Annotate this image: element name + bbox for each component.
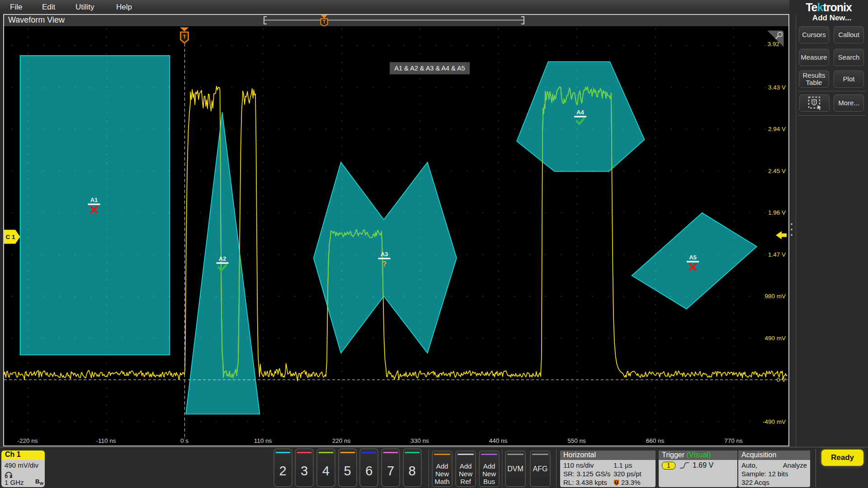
svg-text:-220 ns: -220 ns xyxy=(17,437,38,444)
svg-text:T: T xyxy=(813,100,816,105)
svg-text:3.43 V: 3.43 V xyxy=(768,84,786,91)
svg-text:A4: A4 xyxy=(576,109,584,116)
svg-text:770 ns: 770 ns xyxy=(724,437,743,444)
svg-text:220 ns: 220 ns xyxy=(332,437,351,444)
svg-text:A5: A5 xyxy=(689,254,697,261)
svg-text:980 mV: 980 mV xyxy=(764,293,786,300)
svg-text:110 ns: 110 ns xyxy=(254,437,272,444)
svg-text:A3: A3 xyxy=(381,251,388,258)
svg-text:1.47 V: 1.47 V xyxy=(768,251,786,258)
svg-text:660 ns: 660 ns xyxy=(646,437,665,444)
svg-text:A2: A2 xyxy=(219,255,226,262)
svg-text:?: ? xyxy=(382,260,387,268)
svg-text:A1 & A2 & A3 & A4 & A5: A1 & A2 & A3 & A4 & A5 xyxy=(394,65,465,72)
svg-text:2.94 V: 2.94 V xyxy=(768,126,786,132)
svg-text:490 mV: 490 mV xyxy=(764,335,786,342)
svg-text:1.96 V: 1.96 V xyxy=(768,209,786,216)
svg-text:0 V: 0 V xyxy=(777,376,786,383)
svg-text:440 ns: 440 ns xyxy=(489,437,508,444)
svg-text:550 ns: 550 ns xyxy=(567,437,586,444)
svg-text:0 s: 0 s xyxy=(180,437,189,444)
svg-text:T: T xyxy=(323,19,326,24)
svg-text:C 1: C 1 xyxy=(5,234,15,240)
svg-text:330 ns: 330 ns xyxy=(410,437,429,444)
svg-text:T: T xyxy=(615,480,618,484)
svg-text:-110 ns: -110 ns xyxy=(96,437,116,444)
svg-text:T: T xyxy=(183,34,186,39)
svg-text:A1: A1 xyxy=(90,197,98,203)
svg-text:-490 mV: -490 mV xyxy=(763,418,786,425)
svg-text:3.92: 3.92 xyxy=(768,41,779,47)
svg-text:2.45 V: 2.45 V xyxy=(768,168,786,174)
